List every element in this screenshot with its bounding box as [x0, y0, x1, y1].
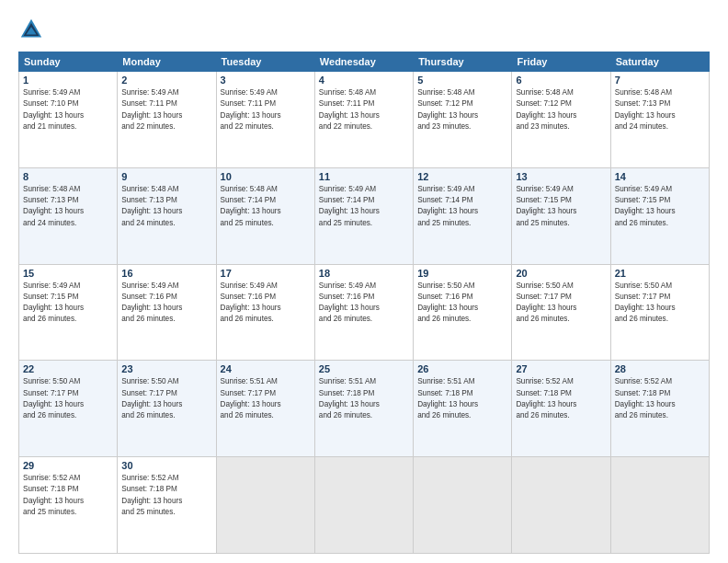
day-cell: 17Sunrise: 5:49 AMSunset: 7:16 PMDayligh… — [216, 264, 314, 361]
day-number: 8 — [23, 171, 113, 182]
week-row-2: 8Sunrise: 5:48 AMSunset: 7:13 PMDaylight… — [19, 167, 710, 264]
col-wednesday: Wednesday — [314, 52, 413, 72]
day-cell: 30Sunrise: 5:52 AMSunset: 7:18 PMDayligh… — [118, 457, 216, 554]
logo-icon — [18, 17, 44, 42]
day-cell: 29Sunrise: 5:52 AMSunset: 7:18 PMDayligh… — [19, 457, 118, 554]
col-saturday: Saturday — [610, 52, 709, 72]
day-info: Sunrise: 5:49 AMSunset: 7:16 PMDaylight:… — [121, 281, 211, 326]
page: Sunday Monday Tuesday Wednesday Thursday… — [0, 0, 728, 563]
day-number: 9 — [121, 171, 211, 182]
day-cell: 10Sunrise: 5:48 AMSunset: 7:14 PMDayligh… — [216, 167, 314, 264]
day-number: 19 — [417, 268, 507, 279]
day-cell: 15Sunrise: 5:49 AMSunset: 7:15 PMDayligh… — [19, 264, 118, 361]
day-info: Sunrise: 5:50 AMSunset: 7:17 PMDaylight:… — [23, 376, 113, 421]
week-row-4: 22Sunrise: 5:50 AMSunset: 7:17 PMDayligh… — [19, 361, 710, 457]
day-info: Sunrise: 5:48 AMSunset: 7:13 PMDaylight:… — [23, 184, 113, 229]
col-sunday: Sunday — [19, 52, 118, 72]
day-number: 15 — [23, 268, 113, 279]
day-number: 16 — [121, 268, 211, 279]
day-cell: 14Sunrise: 5:49 AMSunset: 7:15 PMDayligh… — [610, 167, 709, 264]
day-number: 22 — [23, 363, 113, 374]
day-number: 10 — [221, 171, 311, 182]
day-info: Sunrise: 5:50 AMSunset: 7:17 PMDaylight:… — [121, 376, 211, 421]
day-info: Sunrise: 5:49 AMSunset: 7:11 PMDaylight:… — [221, 87, 311, 132]
day-cell: 24Sunrise: 5:51 AMSunset: 7:17 PMDayligh… — [216, 361, 314, 457]
day-info: Sunrise: 5:48 AMSunset: 7:11 PMDaylight:… — [319, 87, 409, 132]
col-thursday: Thursday — [414, 52, 512, 72]
logo — [18, 17, 48, 42]
header — [18, 17, 710, 42]
day-number: 2 — [121, 75, 211, 86]
day-cell: 20Sunrise: 5:50 AMSunset: 7:17 PMDayligh… — [512, 264, 610, 361]
col-monday: Monday — [118, 52, 216, 72]
day-cell: 16Sunrise: 5:49 AMSunset: 7:16 PMDayligh… — [118, 264, 216, 361]
day-number: 28 — [615, 363, 705, 374]
day-info: Sunrise: 5:50 AMSunset: 7:16 PMDaylight:… — [417, 281, 507, 326]
day-number: 6 — [516, 75, 606, 86]
day-cell: 4Sunrise: 5:48 AMSunset: 7:11 PMDaylight… — [314, 72, 413, 168]
day-cell: 25Sunrise: 5:51 AMSunset: 7:18 PMDayligh… — [314, 361, 413, 457]
day-cell: 21Sunrise: 5:50 AMSunset: 7:17 PMDayligh… — [610, 264, 709, 361]
day-info: Sunrise: 5:48 AMSunset: 7:12 PMDaylight:… — [417, 87, 507, 132]
day-number: 3 — [221, 75, 311, 86]
day-cell: 11Sunrise: 5:49 AMSunset: 7:14 PMDayligh… — [314, 167, 413, 264]
day-info: Sunrise: 5:48 AMSunset: 7:14 PMDaylight:… — [221, 184, 311, 229]
day-number: 7 — [615, 75, 705, 86]
day-number: 17 — [221, 268, 311, 279]
col-tuesday: Tuesday — [216, 52, 314, 72]
day-cell: 22Sunrise: 5:50 AMSunset: 7:17 PMDayligh… — [19, 361, 118, 457]
day-cell — [610, 457, 709, 554]
day-cell: 28Sunrise: 5:52 AMSunset: 7:18 PMDayligh… — [610, 361, 709, 457]
day-info: Sunrise: 5:49 AMSunset: 7:16 PMDaylight:… — [221, 281, 311, 326]
day-info: Sunrise: 5:50 AMSunset: 7:17 PMDaylight:… — [615, 281, 705, 326]
day-info: Sunrise: 5:52 AMSunset: 7:18 PMDaylight:… — [615, 376, 705, 421]
day-cell — [314, 457, 413, 554]
week-row-1: 1Sunrise: 5:49 AMSunset: 7:10 PMDaylight… — [19, 72, 710, 168]
day-info: Sunrise: 5:49 AMSunset: 7:11 PMDaylight:… — [121, 87, 211, 132]
day-number: 23 — [121, 363, 211, 374]
day-number: 20 — [516, 268, 606, 279]
day-cell: 23Sunrise: 5:50 AMSunset: 7:17 PMDayligh… — [118, 361, 216, 457]
day-cell: 2Sunrise: 5:49 AMSunset: 7:11 PMDaylight… — [118, 72, 216, 168]
day-info: Sunrise: 5:49 AMSunset: 7:15 PMDaylight:… — [516, 184, 606, 229]
day-number: 4 — [319, 75, 409, 86]
day-info: Sunrise: 5:52 AMSunset: 7:18 PMDaylight:… — [516, 376, 606, 421]
day-cell: 1Sunrise: 5:49 AMSunset: 7:10 PMDaylight… — [19, 72, 118, 168]
day-cell: 3Sunrise: 5:49 AMSunset: 7:11 PMDaylight… — [216, 72, 314, 168]
day-cell: 18Sunrise: 5:49 AMSunset: 7:16 PMDayligh… — [314, 264, 413, 361]
day-info: Sunrise: 5:49 AMSunset: 7:16 PMDaylight:… — [319, 281, 409, 326]
day-info: Sunrise: 5:51 AMSunset: 7:18 PMDaylight:… — [417, 376, 507, 421]
day-cell — [512, 457, 610, 554]
header-row: Sunday Monday Tuesday Wednesday Thursday… — [19, 52, 710, 72]
day-number: 26 — [417, 363, 507, 374]
day-number: 30 — [121, 460, 211, 471]
day-number: 13 — [516, 171, 606, 182]
day-number: 24 — [221, 363, 311, 374]
day-cell: 12Sunrise: 5:49 AMSunset: 7:14 PMDayligh… — [414, 167, 512, 264]
day-info: Sunrise: 5:48 AMSunset: 7:13 PMDaylight:… — [615, 87, 705, 132]
day-number: 1 — [23, 75, 113, 86]
week-row-5: 29Sunrise: 5:52 AMSunset: 7:18 PMDayligh… — [19, 457, 710, 554]
day-number: 27 — [516, 363, 606, 374]
day-info: Sunrise: 5:49 AMSunset: 7:15 PMDaylight:… — [23, 281, 113, 326]
day-number: 5 — [417, 75, 507, 86]
col-friday: Friday — [512, 52, 610, 72]
week-row-3: 15Sunrise: 5:49 AMSunset: 7:15 PMDayligh… — [19, 264, 710, 361]
day-cell: 8Sunrise: 5:48 AMSunset: 7:13 PMDaylight… — [19, 167, 118, 264]
day-number: 14 — [615, 171, 705, 182]
day-number: 18 — [319, 268, 409, 279]
day-cell: 5Sunrise: 5:48 AMSunset: 7:12 PMDaylight… — [414, 72, 512, 168]
day-info: Sunrise: 5:49 AMSunset: 7:15 PMDaylight:… — [615, 184, 705, 229]
day-cell: 9Sunrise: 5:48 AMSunset: 7:13 PMDaylight… — [118, 167, 216, 264]
day-info: Sunrise: 5:48 AMSunset: 7:13 PMDaylight:… — [121, 184, 211, 229]
day-cell: 7Sunrise: 5:48 AMSunset: 7:13 PMDaylight… — [610, 72, 709, 168]
calendar-table: Sunday Monday Tuesday Wednesday Thursday… — [18, 52, 710, 554]
day-info: Sunrise: 5:51 AMSunset: 7:18 PMDaylight:… — [319, 376, 409, 421]
day-info: Sunrise: 5:48 AMSunset: 7:12 PMDaylight:… — [516, 87, 606, 132]
day-number: 29 — [23, 460, 113, 471]
day-cell: 6Sunrise: 5:48 AMSunset: 7:12 PMDaylight… — [512, 72, 610, 168]
day-info: Sunrise: 5:52 AMSunset: 7:18 PMDaylight:… — [121, 473, 211, 518]
day-info: Sunrise: 5:50 AMSunset: 7:17 PMDaylight:… — [516, 281, 606, 326]
day-cell: 19Sunrise: 5:50 AMSunset: 7:16 PMDayligh… — [414, 264, 512, 361]
day-info: Sunrise: 5:49 AMSunset: 7:14 PMDaylight:… — [319, 184, 409, 229]
